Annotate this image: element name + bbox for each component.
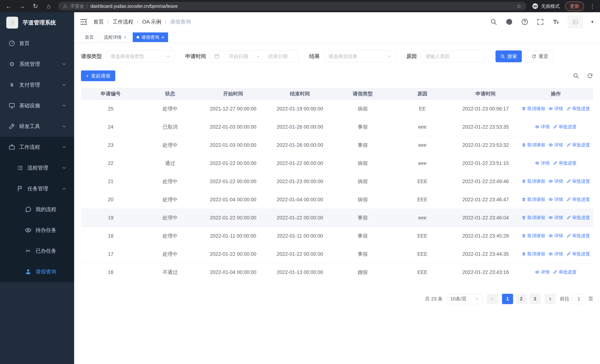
sidebar-item-0[interactable]: 首页 [0,33,74,54]
page-button-1[interactable]: 1 [502,294,513,304]
briefcase-icon [9,144,15,150]
update-button[interactable]: 更新 [565,1,584,11]
flag-icon [17,185,23,192]
action-cancel-link[interactable]: 取消请假 [522,251,545,257]
sidebar-item-6[interactable]: 流程管理 [0,158,74,178]
date-range-picker[interactable]: - [210,50,299,62]
action-detail-link[interactable]: 详情 [548,142,563,148]
action-detail-link[interactable]: 详情 [535,160,550,166]
user-menu-caret-icon[interactable]: ▾ [591,19,593,24]
action-cancel-link[interactable]: 取消请假 [522,215,545,221]
sidebar-item-8[interactable]: 我的流程 [0,199,74,220]
chevron-down-icon [62,103,67,108]
sidebar-item-2[interactable]: ¥支付管理 [0,75,74,95]
action-progress-link[interactable]: 审批进度 [553,160,576,166]
page-size-select[interactable]: 10条/页 [447,294,483,304]
page-button-3[interactable]: 3 [529,294,541,304]
action-progress-link[interactable]: 审批进度 [566,142,590,148]
cell-apply-time: 2022-01-22 23:46:47 [453,191,518,209]
action-progress-link[interactable]: 审批进度 [566,251,590,257]
goto-page-input[interactable] [572,294,586,304]
action-detail-link[interactable]: 详情 [548,215,563,221]
collapse-sidebar-icon[interactable] [80,18,88,26]
leave-type-select[interactable]: 请选择请假类型 [106,50,175,62]
avatar[interactable] [568,16,583,28]
address-bar[interactable]: ⚠ 不安全 dashboard.yudao.iocoder.cn/bpm/oa/… [58,2,526,10]
kebab-menu-icon[interactable]: ⋮ [590,3,595,9]
breadcrumb-item[interactable]: OA 示例 [142,18,161,25]
bookmark-icon[interactable]: ☆ [516,3,521,9]
sidebar-item-4[interactable]: 研发工具 [0,116,74,137]
column-header: 原因 [392,88,453,100]
action-progress-link[interactable]: 审批进度 [566,233,590,239]
action-progress-link[interactable]: 审批进度 [566,106,590,112]
sidebar-item-3[interactable]: 基础设施 [0,95,74,116]
tab-0[interactable]: 首页 [81,32,98,42]
page-button-2[interactable]: 2 [516,294,527,304]
refresh-table-icon[interactable] [587,73,593,79]
font-size-icon[interactable] [552,18,559,25]
eye-icon [548,197,553,202]
home-icon[interactable]: ⌂ [45,3,53,10]
reload-icon[interactable]: ↻ [31,2,39,10]
sidebar-item-7[interactable]: 任务管理 [0,178,74,199]
help-icon[interactable] [521,18,528,25]
sidebar-item-10[interactable]: ✂已办任务 [0,241,74,261]
table-row: 20处理中2022-01-04 00:00:002022-01-04 00:00… [81,191,593,209]
table-row: 24已取消2022-01-03 00:00:002022-01-26 00:00… [81,118,593,136]
result-select[interactable]: 请选择流结果 [324,50,396,62]
close-icon[interactable]: × [124,35,127,40]
action-detail-link[interactable]: 详情 [548,233,563,239]
edit-icon [566,215,571,220]
sidebar-item-9[interactable]: 待办任务 [0,220,74,241]
action-progress-link[interactable]: 审批进度 [566,215,590,221]
github-icon[interactable] [506,18,513,25]
cell-apply-time: 2022-01-22 23:43:16 [453,263,518,281]
action-cancel-link[interactable]: 取消请假 [522,196,545,202]
action-detail-link[interactable]: 详情 [548,106,563,112]
cell-id: 19 [81,209,141,227]
action-detail-link[interactable]: 详情 [535,269,550,275]
action-progress-link[interactable]: 审批进度 [566,196,590,202]
action-cancel-link[interactable]: 取消请假 [522,142,545,148]
action-cancel-link[interactable]: 取消请假 [522,178,545,184]
reset-button[interactable]: 重置 [526,50,554,62]
prev-page-button[interactable] [487,294,498,304]
sidebar-item-11[interactable]: 请假查询 [0,261,74,282]
fullscreen-icon[interactable] [537,18,544,25]
cell-start: 2022-01-11 00:00:00 [200,227,266,245]
tab-1[interactable]: 流程详情× [100,32,131,42]
action-detail-link[interactable]: 详情 [548,178,563,184]
forward-icon[interactable]: → [18,3,26,10]
url-text: dashboard.yudao.iocoder.cn/bpm/oa/leave [90,3,514,9]
cell-reason: EEE [392,227,453,245]
action-detail-link[interactable]: 详情 [535,124,550,130]
sidebar-item-label: 首页 [19,40,30,47]
close-icon[interactable]: × [161,35,164,40]
tab-2[interactable]: 请假查询× [133,32,168,42]
action-cancel-link[interactable]: 取消请假 [522,233,545,239]
start-date-input[interactable] [221,54,255,59]
end-date-input[interactable] [261,54,295,59]
column-header: 状态 [141,88,200,100]
trash-icon [522,143,526,147]
search-button[interactable]: 搜索 [496,50,522,62]
cell-apply-time: 2022-01-22 23:46:04 [453,209,518,227]
breadcrumb-item[interactable]: 首页 [94,18,104,25]
search-icon[interactable] [490,18,497,25]
action-detail-link[interactable]: 详情 [548,196,563,202]
action-cancel-link[interactable]: 取消请假 [522,106,545,112]
yen-icon: ¥ [9,82,15,88]
breadcrumb-item[interactable]: 工作流程 [113,18,133,25]
create-leave-button[interactable]: + 发起请假 [81,70,115,81]
next-page-button[interactable] [544,294,556,304]
sidebar-item-1[interactable]: ⚙系统管理 [0,54,74,75]
action-progress-link[interactable]: 审批进度 [553,124,576,130]
reason-input[interactable] [425,54,481,59]
action-detail-link[interactable]: 详情 [548,251,563,257]
action-progress-link[interactable]: 审批进度 [553,269,576,275]
back-icon[interactable]: ← [5,3,13,10]
action-progress-link[interactable]: 审批进度 [566,178,590,184]
hide-search-icon[interactable] [573,73,579,79]
sidebar-item-5[interactable]: 工作流程 [0,137,74,158]
